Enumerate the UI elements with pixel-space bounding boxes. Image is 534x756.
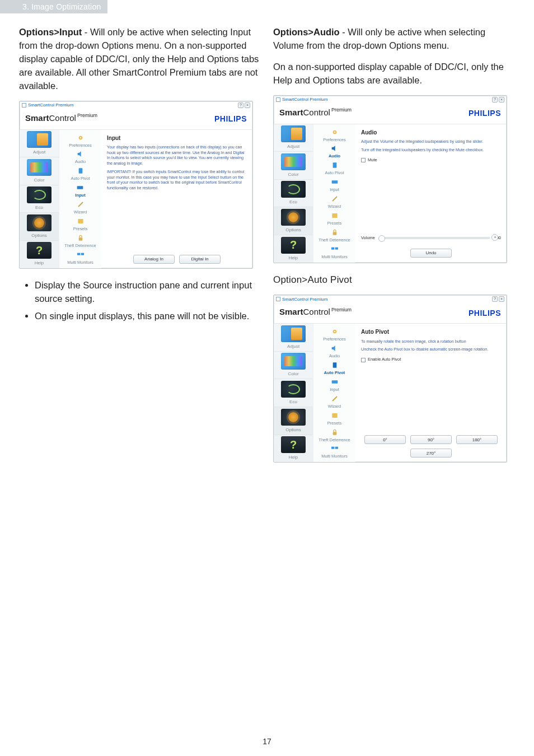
window-header: SmartControlPremium PHILIPS bbox=[20, 109, 252, 130]
monitors-icon bbox=[330, 245, 340, 254]
rotate-90-button[interactable]: 90° bbox=[410, 435, 452, 444]
subnav-input-label: Input bbox=[330, 187, 339, 193]
subnav-multimon[interactable]: Multi Monitors bbox=[321, 245, 348, 260]
nav-eco[interactable]: Eco bbox=[20, 185, 59, 213]
nav-help-label: Help bbox=[289, 255, 298, 262]
subnav-preferences[interactable]: Preferences bbox=[323, 327, 345, 343]
help-icon[interactable]: ? bbox=[238, 102, 243, 108]
subnav-input[interactable]: Input bbox=[330, 377, 340, 393]
subnav-audio[interactable]: Audio bbox=[329, 144, 340, 160]
nav-options[interactable]: Options bbox=[274, 407, 313, 435]
subnav-theft[interactable]: Theft Deterrence bbox=[64, 234, 96, 249]
help-tile-icon bbox=[281, 436, 306, 453]
help-icon[interactable]: ? bbox=[492, 97, 498, 102]
subnav-presets[interactable]: Presets bbox=[327, 211, 341, 227]
subnav-autopivot[interactable]: Auto Pivot bbox=[71, 166, 90, 182]
subnav-wizard[interactable]: Wizard bbox=[328, 194, 341, 210]
window-titlebar: SmartControl Premium ? × bbox=[20, 101, 252, 109]
philips-logo: PHILIPS bbox=[469, 307, 501, 319]
subnav-audio[interactable]: Audio bbox=[329, 344, 340, 360]
audio-desc-2: Turn off the integrated loudspeakers by … bbox=[361, 147, 501, 153]
subnav-presets-label: Presets bbox=[73, 226, 87, 232]
subnav-preferences[interactable]: Preferences bbox=[323, 128, 345, 143]
nav-options[interactable]: Options bbox=[274, 207, 313, 235]
nav-help[interactable]: Help bbox=[274, 235, 313, 263]
nav-adjust[interactable]: Adjust bbox=[274, 124, 313, 152]
help-tile-icon bbox=[281, 237, 306, 254]
svg-rect-15 bbox=[335, 247, 338, 249]
subnav-autopivot[interactable]: Auto Pivot bbox=[325, 161, 344, 176]
subnav-wizard[interactable]: Wizard bbox=[74, 200, 87, 216]
options-icon bbox=[27, 214, 51, 231]
rotate-180-button[interactable]: 180° bbox=[456, 435, 498, 444]
adjust-icon bbox=[281, 125, 306, 142]
autopivot-heading: Auto Pivot bbox=[361, 328, 501, 337]
options-icon bbox=[281, 209, 306, 226]
nav-adjust[interactable]: Adjust bbox=[274, 324, 313, 351]
subnav-theft[interactable]: Theft Deterrence bbox=[318, 428, 350, 444]
subnav-presets[interactable]: Presets bbox=[73, 217, 87, 232]
svg-point-17 bbox=[334, 331, 335, 333]
svg-rect-2 bbox=[78, 169, 82, 174]
subnav-preferences[interactable]: Preferences bbox=[69, 133, 91, 149]
volume-slider[interactable]: + bbox=[378, 237, 490, 239]
nav-help-label: Help bbox=[35, 260, 44, 267]
brand: SmartControlPremium bbox=[25, 111, 97, 125]
subnav-autopivot[interactable]: Auto Pivot bbox=[324, 361, 345, 376]
subnav-audio[interactable]: Audio bbox=[75, 150, 86, 165]
subnav-input[interactable]: Input bbox=[75, 183, 85, 199]
eco-icon bbox=[281, 381, 306, 398]
close-icon[interactable]: × bbox=[499, 97, 504, 102]
subnav-presets[interactable]: Presets bbox=[327, 411, 341, 427]
subnav-theft[interactable]: Theft Deterrence bbox=[318, 228, 350, 244]
autopivot-pane: Auto Pivot To manually rotate the screen… bbox=[355, 324, 507, 462]
help-icon[interactable]: ? bbox=[492, 296, 498, 302]
adjust-icon bbox=[27, 131, 51, 148]
checkbox-icon bbox=[361, 358, 366, 362]
window-titlebar: SmartControl Premium ? × bbox=[274, 295, 507, 303]
nav-adjust[interactable]: Adjust bbox=[20, 130, 59, 157]
nav-help[interactable]: Help bbox=[20, 240, 59, 268]
nav-color[interactable]: Color bbox=[274, 351, 313, 379]
nav-color[interactable]: Color bbox=[274, 151, 313, 179]
window-header: SmartControlPremium PHILIPS bbox=[274, 104, 507, 124]
input-bullets: Display the Source instruction pane and … bbox=[19, 279, 261, 324]
window-titlebar: SmartControl Premium ? × bbox=[274, 96, 507, 104]
gear-icon bbox=[76, 133, 86, 142]
svg-rect-10 bbox=[332, 163, 336, 168]
page-number: 17 bbox=[0, 737, 534, 746]
audio-heading: Audio bbox=[361, 129, 501, 137]
rotate-0-button[interactable]: 0° bbox=[364, 435, 406, 444]
analog-in-button[interactable]: Analog In bbox=[133, 255, 175, 264]
rotate-270-button[interactable]: 270° bbox=[410, 449, 452, 458]
nav-eco[interactable]: Eco bbox=[274, 179, 313, 207]
smartcontrol-input-window: SmartControl Premium ? × SmartControlPre… bbox=[19, 101, 253, 269]
left-column: Options>Input - Will only be active when… bbox=[19, 26, 261, 473]
subnav-autopivot-label: Auto Pivot bbox=[324, 370, 345, 376]
subnav-wizard[interactable]: Wizard bbox=[328, 394, 341, 410]
help-tile-icon bbox=[27, 242, 51, 259]
close-icon[interactable]: × bbox=[245, 102, 250, 108]
close-icon[interactable]: × bbox=[499, 296, 504, 302]
nav-options[interactable]: Options bbox=[20, 212, 59, 240]
mute-checkbox[interactable]: Mute bbox=[361, 157, 501, 164]
lock-icon bbox=[76, 234, 86, 242]
presets-icon bbox=[330, 411, 340, 420]
subnav-multimon[interactable]: Multi Monitors bbox=[321, 444, 348, 460]
nav-eco[interactable]: Eco bbox=[274, 379, 313, 407]
subnav-multimon[interactable]: Multi Monitors bbox=[67, 250, 93, 266]
nav-color-label: Color bbox=[288, 371, 298, 377]
svg-rect-18 bbox=[332, 362, 336, 367]
rotate-icon bbox=[76, 166, 86, 175]
presets-icon bbox=[76, 217, 86, 226]
undo-button[interactable]: Undo bbox=[410, 249, 452, 258]
digital-in-button[interactable]: Digital In bbox=[179, 255, 221, 264]
nav-color[interactable]: Color bbox=[20, 157, 59, 185]
svg-rect-14 bbox=[331, 247, 334, 249]
speaker-icon bbox=[330, 144, 340, 153]
philips-logo: PHILIPS bbox=[469, 108, 501, 119]
enable-autopivot-checkbox[interactable]: Enable Auto Pivot bbox=[361, 357, 501, 363]
subnav-input[interactable]: Input bbox=[330, 178, 340, 193]
nav-help[interactable]: Help bbox=[274, 435, 313, 463]
subnav-presets-label: Presets bbox=[327, 221, 341, 227]
